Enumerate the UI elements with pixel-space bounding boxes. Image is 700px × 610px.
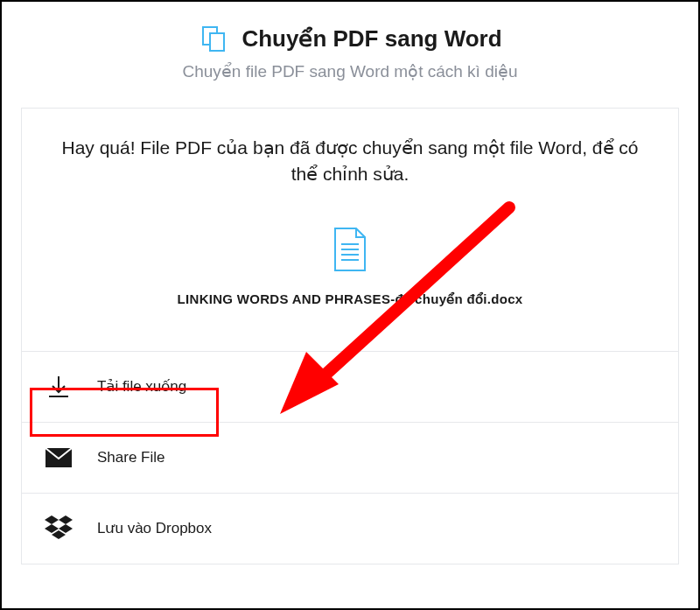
svg-marker-12 <box>59 524 73 533</box>
svg-marker-9 <box>45 515 59 524</box>
svg-rect-1 <box>210 33 224 51</box>
page-subtitle: Chuyển file PDF sang Word một cách kì di… <box>21 61 679 81</box>
svg-marker-13 <box>52 530 66 539</box>
dropbox-label: Lưu vào Dropbox <box>97 519 212 537</box>
envelope-icon <box>43 442 74 473</box>
page-title: Chuyển PDF sang Word <box>242 25 501 53</box>
svg-marker-10 <box>59 515 73 524</box>
download-label: Tải file xuống <box>97 377 186 396</box>
title-row: Chuyển PDF sang Word <box>21 23 679 54</box>
download-button[interactable]: Tải file xuống <box>22 352 678 423</box>
page-header: Chuyển PDF sang Word Chuyển file PDF san… <box>21 23 679 81</box>
result-block: Hay quá! File PDF của bạn đã được chuyển… <box>22 109 678 352</box>
main-container: Chuyển PDF sang Word Chuyển file PDF san… <box>2 2 698 564</box>
dropbox-button[interactable]: Lưu vào Dropbox <box>22 494 678 564</box>
svg-marker-11 <box>45 524 59 533</box>
converted-filename: LINKING WORDS AND PHRASES-đã chuyển đổi.… <box>57 291 643 307</box>
download-icon <box>43 371 74 403</box>
share-label: Share File <box>97 449 164 466</box>
share-button[interactable]: Share File <box>22 423 678 494</box>
dropbox-icon <box>43 513 74 544</box>
result-card: Hay quá! File PDF của bạn đã được chuyển… <box>21 108 679 564</box>
document-icon <box>332 227 368 276</box>
copy-pages-icon <box>198 23 229 54</box>
file-icon-wrap <box>57 227 643 276</box>
success-message: Hay quá! File PDF của bạn đã được chuyển… <box>57 135 643 188</box>
